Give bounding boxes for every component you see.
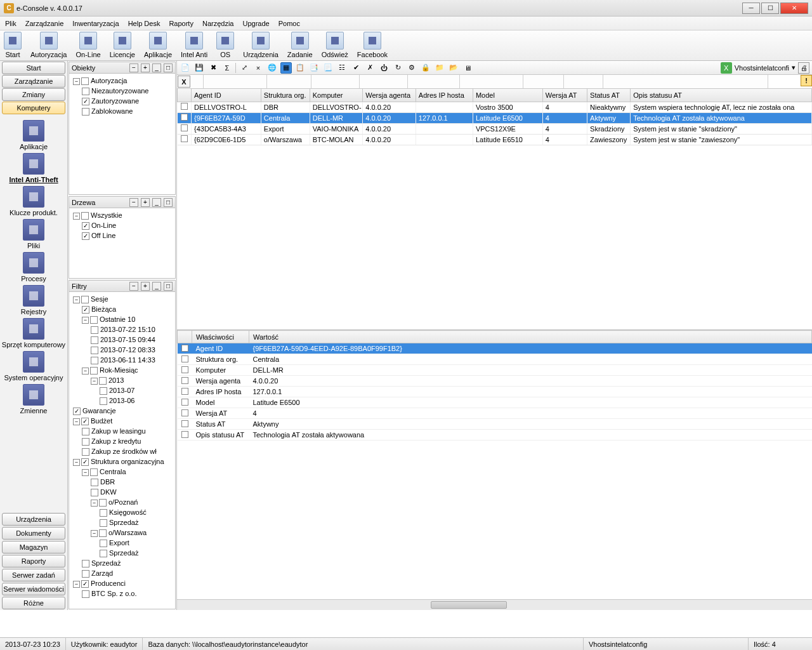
toolbar-item[interactable]: Facebook [357,32,388,58]
tb-folder2-icon[interactable]: 📂 [448,62,459,74]
grid-header[interactable]: Adres IP hosta [416,89,473,102]
tree-checkbox[interactable] [73,408,81,415]
tb-copy2-icon[interactable]: 📑 [308,62,320,74]
panel-expand-icon[interactable]: + [141,63,150,72]
tree-node[interactable]: Zakup w leasingu [91,427,146,435]
left-nav-button[interactable]: Różne [2,597,65,609]
row-checkbox[interactable] [178,376,192,387]
left-nav-button[interactable]: Serwer wiadomości [2,583,65,595]
scrollbar-thumb[interactable] [431,601,507,609]
toolbar-item[interactable]: Intel Anti [181,32,207,58]
table-row[interactable]: Opis statusu ATTechnologia AT została ak… [178,430,812,441]
tree-node[interactable]: Sprzedaż [109,549,138,557]
side-icon-item[interactable]: Aplikacje [0,120,67,150]
filter-cell[interactable] [408,75,460,88]
horizontal-scrollbar[interactable] [177,599,812,610]
table-row[interactable]: {9F6EB27A-59DCentralaDELL-MR4.0.0.20127.… [178,112,812,123]
panel-collapse-icon[interactable]: − [129,63,138,72]
tree-node[interactable]: BTC Sp. z o.o. [91,590,137,597]
tb-page-icon[interactable]: 📃 [322,62,334,74]
tree-node[interactable]: 2013-07 [109,387,134,394]
row-checkbox[interactable] [178,112,192,123]
tree-node[interactable]: Off Line [91,232,115,239]
tb-copy-icon[interactable]: 📋 [294,62,306,74]
menu-item[interactable]: Pomoc [278,20,300,27]
tree-checkbox[interactable] [82,98,89,105]
prop-header[interactable]: Właściwości [192,331,249,343]
tree-checkbox[interactable] [91,326,98,334]
tree-checkbox[interactable] [81,296,89,303]
toolbar-item[interactable]: OS [216,32,234,58]
tree-node[interactable]: Gwarancje [82,407,116,415]
tree-node[interactable]: Centrala [100,468,126,475]
row-checkbox[interactable] [178,365,192,376]
row-checkbox[interactable] [178,397,192,408]
left-nav-button[interactable]: Start [2,62,65,74]
menu-item[interactable]: Upgrade [242,20,269,27]
filter-cell[interactable] [267,75,311,88]
tree-checkbox[interactable] [81,418,89,425]
tree-checkbox[interactable] [82,88,89,95]
prop-header[interactable]: Wartość [249,331,812,343]
tree-toggle[interactable]: − [91,378,98,385]
left-nav-button[interactable]: Urządzenia [2,513,65,526]
tree-node[interactable]: o/Poznań [108,498,138,506]
tree-checkbox[interactable] [82,560,89,567]
tree-node[interactable]: Producenci [91,580,126,587]
tree-drzewa[interactable]: −Wszystkie On-LineOff Line [69,208,175,242]
toolbar-item[interactable]: Aplikacje [144,32,172,58]
tb-sigma-icon[interactable]: Σ [221,62,233,74]
tree-checkbox[interactable] [100,509,107,517]
left-nav-button[interactable]: Magazyn [2,541,65,554]
table-row[interactable]: Struktura org.Centrala [178,354,812,365]
side-icon-item[interactable]: Sprzęt komputerowy [0,318,67,348]
filter-cell[interactable] [360,75,408,88]
tree-node[interactable]: Wszystkie [91,211,122,219]
tree-toggle[interactable]: − [73,581,80,588]
grid-header[interactable]: Struktura org. [261,89,310,102]
menu-item[interactable]: Inwentaryzacja [72,20,119,27]
tb-close-icon[interactable]: × [252,62,264,74]
tree-node[interactable]: 2013-06 [109,397,134,404]
tree-checkbox[interactable] [82,438,89,446]
tree-checkbox[interactable] [99,499,107,507]
tree-node[interactable]: Ostatnie 10 [100,315,135,323]
tree-toggle[interactable]: − [82,469,89,476]
tree-node[interactable]: Autoryzacja [91,77,127,84]
tree-node[interactable]: DBR [100,478,115,486]
tree-checkbox[interactable] [91,489,98,496]
toolbar-item[interactable]: Start [4,32,22,58]
toolbar-item[interactable]: Zadanie [287,32,313,58]
tree-checkbox[interactable] [100,550,107,557]
table-row[interactable]: {43DCA5B3-4A3ExportVAIO-MONIKA4.0.0.20VP… [178,123,812,134]
table-row[interactable]: KomputerDELL-MR [178,365,812,376]
row-checkbox[interactable] [178,123,192,134]
tree-checkbox[interactable] [91,479,98,486]
toolbar-item[interactable]: Licencje [110,32,135,58]
table-row[interactable]: ModelLatitude E6500 [178,397,812,408]
clear-filter-button[interactable]: X [178,76,190,88]
tb-expand-icon[interactable]: ⤢ [239,62,250,74]
tree-node[interactable]: o/Warszawa [108,529,147,536]
tb-lock-icon[interactable]: 🔒 [420,62,431,74]
view-name[interactable]: Vhostsintelatconfi [735,64,789,72]
grid-header-checkbox[interactable] [178,89,192,102]
tree-filtry[interactable]: −SesjeBieżąca−Ostatnie 102013-07-22 15:1… [69,292,175,609]
tree-checkbox[interactable] [82,306,89,314]
tb-gear-icon[interactable]: ⚙ [406,62,417,74]
panel-expand-icon[interactable]: + [141,198,150,207]
tree-node[interactable]: Zakup z kredytu [91,437,141,445]
tree-toggle[interactable]: − [82,317,89,324]
tree-checkbox[interactable] [91,336,98,344]
chevron-down-icon[interactable]: ▾ [792,63,796,72]
tb-delete-icon[interactable]: ✖ [207,62,219,74]
filter-cell[interactable] [204,75,267,88]
menu-item[interactable]: Raporty [169,20,193,27]
tree-node[interactable]: Bieżąca [91,305,116,313]
toolbar-item[interactable]: Urządzenia [243,32,278,58]
tree-node[interactable]: Rok-Miesiąc [100,366,138,374]
tree-checkbox[interactable] [99,377,107,385]
tb-doc-icon[interactable]: 📄 [180,62,191,74]
side-icon-item[interactable]: Pliki [0,219,67,249]
table-row[interactable]: Wersja AT4 [178,408,812,419]
